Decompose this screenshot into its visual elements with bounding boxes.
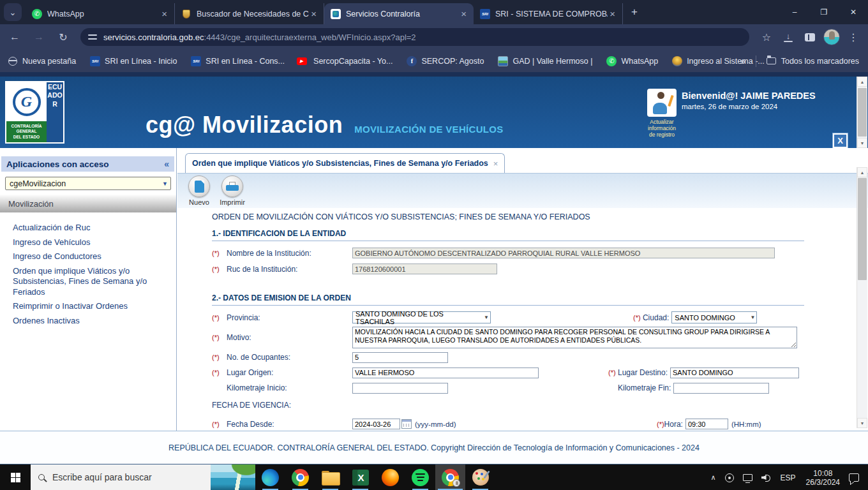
- content-scrollbar[interactable]: ▲ ▼: [857, 167, 867, 428]
- crest-icon: [181, 9, 191, 19]
- tab-title: WhatsApp: [47, 10, 160, 19]
- document-tab-close-icon[interactable]: ×: [493, 159, 498, 168]
- facebook-icon: f: [407, 56, 417, 66]
- ocupantes-input[interactable]: [352, 352, 448, 363]
- sidebar-section-movilizacion[interactable]: Movilización: [0, 195, 176, 212]
- taskbar-clock[interactable]: 10:08 26/3/2024: [806, 469, 840, 487]
- profile-avatar[interactable]: [823, 29, 840, 45]
- whatsapp-icon: ✆: [606, 56, 617, 66]
- tab-close-icon[interactable]: ×: [160, 8, 169, 19]
- paint-icon: [472, 469, 489, 486]
- news-widget-image[interactable]: [211, 464, 255, 490]
- nuevo-button[interactable]: Nuevo: [183, 175, 216, 206]
- lugar-origen-input[interactable]: [352, 368, 539, 378]
- update-registry-avatar[interactable]: [647, 89, 677, 117]
- sidebar-header: Aplicaciones con acceso «: [1, 156, 174, 172]
- tray-expand-icon[interactable]: ∧: [711, 473, 716, 482]
- chevron-down-icon: ⌄: [10, 8, 17, 17]
- sidebar-item-ingreso-vehiculos[interactable]: Ingreso de Vehículos: [0, 235, 169, 250]
- lugar-destino-group: (*) Lugar Destino:: [608, 365, 799, 380]
- tab-sri[interactable]: SRI SRI - SISTEMA DE COMPROBAN ×: [474, 3, 623, 24]
- tab-close-icon[interactable]: ×: [309, 8, 318, 19]
- scroll-up-icon[interactable]: ▲: [857, 77, 867, 87]
- tab-search-button[interactable]: ⌄: [4, 3, 22, 21]
- new-tab-button[interactable]: +: [625, 3, 643, 21]
- tab-buscador[interactable]: Buscador de Necesidades de Co ×: [175, 3, 324, 24]
- taskbar-search[interactable]: Escribe aquí para buscar: [31, 464, 255, 490]
- minimize-button[interactable]: –: [780, 0, 809, 24]
- taskbar-firefox[interactable]: [375, 464, 405, 490]
- side-panel-icon[interactable]: [805, 33, 815, 41]
- tab-servicios-contraloria[interactable]: Servicios Contraloría ×: [324, 3, 474, 24]
- motivo-textarea[interactable]: MOVILIZACIÓN HACIA LA CIUDAD DE SANTO DO…: [352, 327, 797, 348]
- taskbar-excel[interactable]: X: [345, 464, 375, 490]
- imprimir-button[interactable]: Imprimir: [216, 175, 249, 206]
- bookmark-sercop-facebook[interactable]: fSERCOP: Agosto: [407, 56, 484, 66]
- provincia-select[interactable]: SANTO DOMINGO DE LOS TSACHILAS ▼: [352, 311, 491, 323]
- km-fin-input[interactable]: [673, 383, 769, 394]
- fecha-vigencia-label: FECHA DE VIGENCIA:: [212, 401, 857, 412]
- close-window-button[interactable]: ✕: [839, 0, 868, 24]
- start-button[interactable]: [0, 464, 31, 490]
- reload-button[interactable]: ↻: [54, 27, 73, 47]
- sidebar-item-orden-viaticos[interactable]: Orden que implique Viáticos y/o Subsiste…: [0, 264, 169, 300]
- sidebar-item-ordenes-inactivas[interactable]: Ordenes Inactivas: [0, 314, 169, 329]
- lugar-destino-input[interactable]: [670, 368, 799, 378]
- hora-desde-input[interactable]: [685, 419, 728, 429]
- bookmark-gad-valle-hermoso[interactable]: GAD | Valle Hermoso |: [498, 56, 592, 66]
- calendar-icon[interactable]: [401, 419, 412, 429]
- language-indicator[interactable]: ESP: [781, 473, 796, 482]
- bookmark-sri-inicio[interactable]: SRISRI en Línea - Inicio: [90, 56, 177, 66]
- document-tab-row: Orden que implique Viáticos y/o Subsiste…: [177, 148, 868, 173]
- header-scrollbar[interactable]: ▲ ▼: [857, 77, 867, 148]
- sidebar-item-reimprimir-ordenes[interactable]: Reimprimir o Inactivar Ordenes: [0, 299, 169, 314]
- taskbar-chrome-profile[interactable]: [435, 464, 465, 490]
- downloads-icon[interactable]: ↓: [783, 32, 793, 42]
- taskbar-spotify[interactable]: [405, 464, 435, 490]
- scroll-down-icon[interactable]: ▼: [857, 138, 867, 148]
- spotify-icon: [412, 469, 429, 486]
- update-registry-link[interactable]: Actualizar información de registro: [643, 119, 681, 138]
- taskbar-file-explorer[interactable]: [315, 464, 345, 490]
- bookmark-nueva-pestana[interactable]: Nueva pestaña: [8, 56, 76, 66]
- taskbar-chrome[interactable]: [285, 464, 315, 490]
- scroll-down-icon[interactable]: ▼: [857, 418, 867, 428]
- document-tab[interactable]: Orden que implique Viáticos y/o Subsiste…: [185, 153, 505, 173]
- site-settings-icon[interactable]: [88, 33, 97, 41]
- dropdown-arrow-icon: ▼: [747, 315, 755, 320]
- hora-desde-label: (*)Hora:: [657, 420, 683, 429]
- meet-now-icon[interactable]: [725, 473, 734, 482]
- tab-close-icon[interactable]: ×: [608, 8, 617, 19]
- taskbar-edge[interactable]: [255, 464, 285, 490]
- sri-icon: SRI: [191, 56, 201, 66]
- tab-whatsapp[interactable]: ✆ WhatsApp ×: [26, 3, 175, 24]
- address-bar[interactable]: servicios.contraloria.gob.ec:4443/cge_ar…: [80, 28, 749, 46]
- scroll-up-icon[interactable]: ▲: [857, 167, 867, 177]
- application-select[interactable]: cgeMovilizacion ▼: [5, 177, 171, 190]
- back-button[interactable]: ←: [5, 27, 24, 47]
- bookmark-sercop-youtube[interactable]: ▶SercopCapacita - Yo...: [299, 56, 393, 66]
- sidebar-item-ingreso-conductores[interactable]: Ingreso de Conductores: [0, 249, 169, 264]
- sidebar-item-actualizacion-ruc[interactable]: Actualización de Ruc: [0, 221, 169, 235]
- all-bookmarks-label[interactable]: Todos los marcadores: [781, 57, 859, 66]
- app-close-button[interactable]: X: [833, 133, 848, 148]
- collapse-sidebar-icon[interactable]: «: [164, 159, 169, 169]
- tab-close-icon[interactable]: ×: [459, 8, 468, 19]
- taskbar-paint[interactable]: [465, 464, 495, 490]
- network-icon[interactable]: [743, 474, 752, 481]
- volume-icon[interactable]: [761, 473, 771, 482]
- maximize-button[interactable]: ❐: [809, 0, 839, 24]
- scrollbar-thumb[interactable]: [858, 88, 867, 137]
- forward-button[interactable]: →: [29, 27, 49, 47]
- action-center-icon[interactable]: [849, 473, 859, 482]
- fecha-desde-input[interactable]: [352, 419, 400, 429]
- scrollbar-thumb[interactable]: [858, 178, 867, 280]
- browser-toolbar: ← → ↻ servicios.contraloria.gob.ec:4443/…: [0, 24, 868, 50]
- bookmark-star-icon[interactable]: ☆: [757, 27, 776, 47]
- bookmark-sri-consultas[interactable]: SRISRI en Línea - Cons...: [191, 56, 285, 66]
- browser-menu-icon[interactable]: ⋮: [844, 27, 863, 47]
- km-inicio-input[interactable]: [352, 383, 448, 394]
- bookmark-whatsapp[interactable]: ✆WhatsApp: [606, 56, 658, 66]
- bookmarks-overflow-icon[interactable]: »: [740, 56, 745, 66]
- ciudad-select[interactable]: SANTO DOMINGO ▼: [671, 311, 757, 323]
